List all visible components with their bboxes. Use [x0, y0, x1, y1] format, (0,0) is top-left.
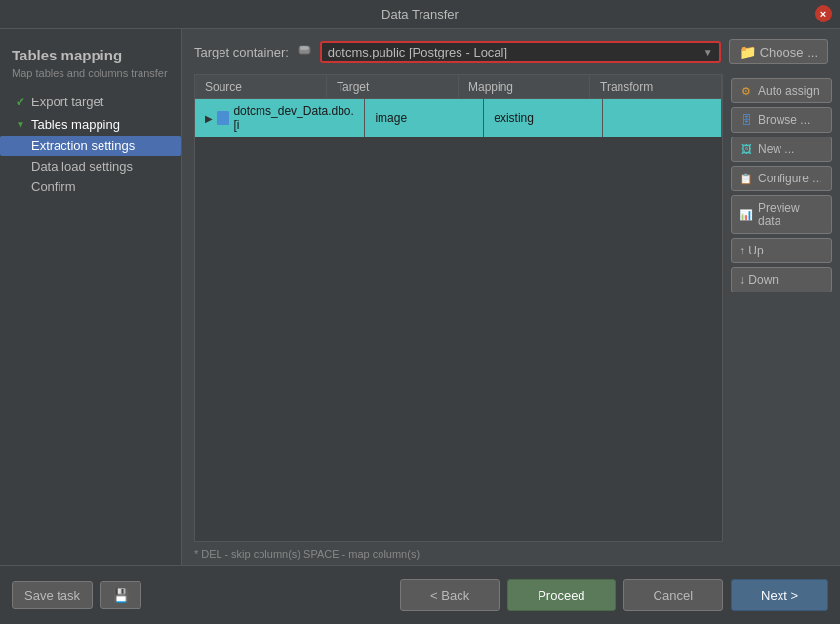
sidebar-label-confirm: Confirm: [31, 179, 76, 194]
sidebar-label-data-load-settings: Data load settings: [31, 159, 133, 174]
browse-button[interactable]: 🗄 Browse ...: [731, 107, 832, 133]
action-buttons-panel: ⚙ Auto assign 🗄 Browse ... 🖼 New ... 📋 C…: [723, 74, 840, 566]
cancel-label: Cancel: [654, 588, 693, 603]
save-task-button[interactable]: Save task: [12, 581, 93, 609]
col-header-transform: Transform: [590, 75, 722, 98]
sidebar-label-export-target: Export target: [31, 95, 103, 109]
sidebar: Tables mapping Map tables and columns tr…: [0, 29, 182, 566]
back-label: < Back: [430, 588, 469, 603]
arrow-icon: ▼: [16, 119, 25, 130]
sidebar-item-data-load-settings[interactable]: Data load settings: [0, 156, 181, 176]
preview-icon: 📊: [740, 208, 753, 221]
folder-icon: 📁: [740, 44, 756, 59]
target-cell: image: [365, 99, 484, 136]
sidebar-item-extraction-settings[interactable]: Extraction settings: [0, 136, 181, 156]
page-title: Tables mapping: [0, 39, 181, 67]
auto-assign-icon: ⚙: [740, 84, 753, 98]
expand-arrow-icon: ▶: [205, 113, 213, 124]
new-icon: 🖼: [740, 142, 753, 156]
preview-data-label: Preview data: [758, 201, 823, 228]
bottom-bar: Save task 💾 < Back Proceed Cancel Next >: [0, 566, 840, 624]
back-button[interactable]: < Back: [400, 579, 500, 611]
table-row[interactable]: ▶ dotcms_dev_Data.dbo.[i image existing: [195, 99, 722, 136]
next-label: Next >: [761, 588, 798, 603]
check-icon: ✔: [16, 96, 25, 109]
target-container-label: Target container:: [194, 45, 289, 59]
save-task-label: Save task: [24, 588, 80, 603]
sidebar-item-export-target[interactable]: ✔ Export target: [0, 91, 181, 113]
col-header-target: Target: [327, 75, 459, 98]
close-button[interactable]: ×: [815, 5, 832, 22]
choose-label: Choose ...: [760, 45, 818, 59]
sidebar-label-extraction-settings: Extraction settings: [31, 138, 135, 153]
cancel-button[interactable]: Cancel: [623, 579, 723, 611]
table-area: Source Target Mapping Transform ▶ dotcms…: [182, 74, 840, 566]
svg-point-1: [300, 46, 309, 50]
auto-assign-label: Auto assign: [758, 84, 820, 98]
configure-button[interactable]: 📋 Configure ...: [731, 166, 832, 191]
preview-data-button[interactable]: 📊 Preview data: [731, 195, 832, 234]
mapping-cell: existing: [484, 99, 603, 136]
page-subtitle: Map tables and columns transfer: [0, 67, 181, 91]
sidebar-label-tables-mapping: Tables mapping: [31, 117, 120, 132]
new-label: New ...: [758, 142, 794, 156]
auto-assign-button[interactable]: ⚙ Auto assign: [731, 78, 832, 103]
title-bar: Data Transfer ×: [0, 0, 840, 29]
choose-button[interactable]: 📁 Choose ...: [729, 39, 828, 64]
transform-cell: [603, 99, 722, 136]
dropdown-arrow-icon: ▼: [703, 47, 713, 58]
down-button[interactable]: ↓ Down: [731, 267, 832, 292]
target-container-input[interactable]: dotcms.public [Postgres - Local] ▼: [320, 41, 721, 63]
configure-icon: 📋: [740, 172, 753, 185]
mapping-table: Source Target Mapping Transform ▶ dotcms…: [194, 74, 723, 542]
sidebar-item-confirm[interactable]: Confirm: [0, 176, 181, 197]
new-button[interactable]: 🖼 New ...: [731, 136, 832, 162]
main-container: Tables mapping Map tables and columns tr…: [0, 29, 840, 566]
source-cell: ▶ dotcms_dev_Data.dbo.[i: [195, 99, 365, 136]
table-header: Source Target Mapping Transform: [195, 75, 722, 99]
content-area: Target container: dotcms.public [Postgre…: [182, 29, 840, 566]
next-button[interactable]: Next >: [731, 579, 828, 611]
proceed-label: Proceed: [538, 588, 584, 603]
target-container-value: dotcms.public [Postgres - Local]: [328, 45, 703, 59]
save-task-icon-button[interactable]: 💾: [100, 581, 141, 609]
window-title: Data Transfer: [381, 7, 459, 21]
browse-icon: 🗄: [740, 113, 753, 127]
hint-text: * DEL - skip column(s) SPACE - map colum…: [182, 542, 723, 566]
browse-label: Browse ...: [758, 113, 810, 127]
table-icon: [217, 111, 229, 125]
configure-label: Configure ...: [758, 172, 821, 185]
sidebar-item-tables-mapping[interactable]: ▼ Tables mapping: [0, 113, 181, 136]
col-header-source: Source: [195, 75, 327, 98]
down-label: ↓ Down: [740, 273, 779, 287]
up-label: ↑ Up: [740, 244, 764, 257]
up-button[interactable]: ↑ Up: [731, 238, 832, 263]
save-icon: 💾: [113, 588, 129, 603]
database-icon: [297, 44, 312, 59]
table-wrapper: Source Target Mapping Transform ▶ dotcms…: [182, 74, 723, 566]
source-value: dotcms_dev_Data.dbo.[i: [233, 104, 354, 132]
col-header-mapping: Mapping: [459, 75, 590, 98]
proceed-button[interactable]: Proceed: [507, 579, 615, 611]
target-container-row: Target container: dotcms.public [Postgre…: [182, 29, 840, 74]
